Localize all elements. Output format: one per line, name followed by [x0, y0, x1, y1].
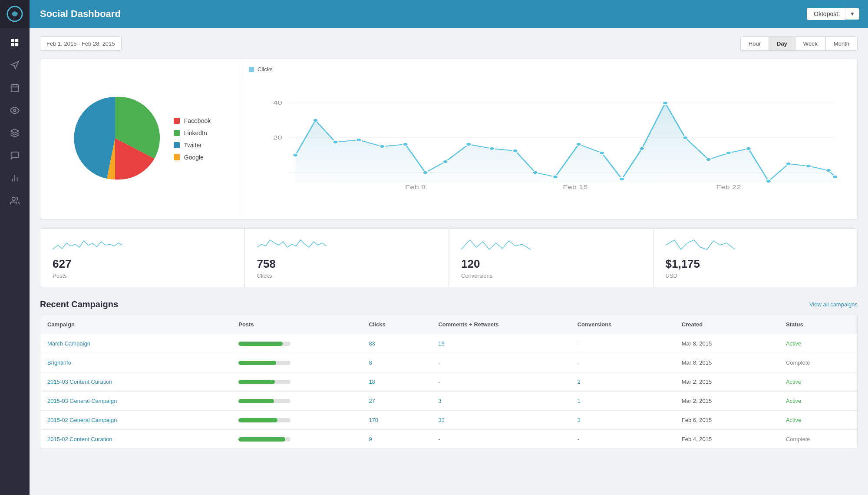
campaign-conv-3: 2	[571, 377, 675, 387]
campaign-posts-5	[231, 416, 362, 424]
svg-point-33	[513, 149, 518, 153]
svg-point-45	[766, 179, 771, 183]
header: Social Dashboard Oktopost ▼	[30, 0, 868, 28]
svg-point-49	[832, 175, 838, 179]
svg-point-47	[806, 164, 811, 168]
th-posts: Posts	[231, 319, 362, 329]
svg-point-30	[443, 160, 448, 163]
campaign-status-4: Active	[779, 396, 857, 406]
sidebar-item-calendar[interactable]	[0, 76, 30, 99]
stat-posts: 627 Posts	[40, 229, 245, 287]
time-filter-week[interactable]: Week	[795, 37, 826, 50]
campaign-comments-1: 19	[431, 339, 570, 349]
campaign-posts-4	[231, 397, 362, 405]
svg-point-32	[489, 147, 495, 150]
charts-row: Facebook LinkedIn Twitter Google	[40, 59, 858, 219]
account-button[interactable]: Oktopost	[807, 8, 845, 20]
time-filter-day[interactable]: Day	[769, 37, 795, 50]
svg-point-23	[293, 153, 298, 157]
sidebar-item-analytics[interactable]	[0, 167, 30, 189]
sidebar-item-messages[interactable]	[0, 144, 30, 167]
campaign-created-2: Mar 8, 2015	[675, 358, 779, 368]
stat-conversions-label: Conversions	[461, 272, 644, 279]
svg-point-14	[12, 197, 15, 200]
view-all-campaigns-link[interactable]: View all campaigns	[809, 301, 858, 308]
stat-clicks: 758 Clicks	[245, 229, 449, 287]
campaign-name-1[interactable]: March Campaign	[40, 339, 231, 349]
logo[interactable]	[0, 0, 30, 28]
campaign-name-2[interactable]: Brightinfo	[40, 358, 231, 368]
svg-text:Feb 15: Feb 15	[563, 184, 587, 190]
legend-color-linkedin	[174, 130, 180, 136]
campaigns-section-title: Recent Campaigns	[40, 299, 118, 309]
campaign-comments-4: 3	[431, 396, 570, 406]
campaign-name-6[interactable]: 2015-02 Content Curation	[40, 434, 231, 444]
date-range-picker[interactable]: Feb 1, 2015 - Feb 28, 2015	[40, 37, 122, 51]
svg-marker-10	[11, 129, 19, 133]
line-chart-svg: 40 20 Feb 8 Feb 15 Feb 22	[249, 77, 848, 199]
campaign-posts-6	[231, 435, 362, 443]
sidebar-item-users[interactable]	[0, 189, 30, 212]
svg-point-43	[726, 151, 731, 155]
svg-text:40: 40	[273, 100, 282, 106]
campaign-name-3[interactable]: 2015-03 Content Curation	[40, 377, 231, 387]
campaign-clicks-6: 9	[362, 434, 431, 444]
time-filter-month[interactable]: Month	[826, 37, 857, 50]
svg-point-35	[553, 175, 558, 179]
legend-label-google: Google	[184, 154, 204, 161]
top-controls: Feb 1, 2015 - Feb 28, 2015 Hour Day Week…	[40, 37, 858, 51]
time-filter-hour[interactable]: Hour	[741, 37, 769, 50]
svg-point-38	[619, 177, 624, 181]
campaign-created-4: Mar 2, 2015	[675, 396, 779, 406]
svg-rect-5	[11, 85, 19, 92]
svg-point-41	[683, 136, 688, 140]
legend-color-google	[174, 154, 180, 160]
sidebar-item-monitor[interactable]	[0, 99, 30, 122]
campaign-posts-2	[231, 359, 362, 367]
stats-row: 627 Posts 758 Clicks	[40, 228, 858, 287]
svg-text:Feb 8: Feb 8	[405, 184, 426, 190]
sparkline-posts	[53, 236, 236, 254]
svg-text:Feb 22: Feb 22	[716, 184, 741, 190]
table-row: Brightinfo 8 - - Mar 8, 2015 Complete	[40, 353, 857, 372]
svg-point-29	[422, 171, 428, 174]
campaign-created-1: Mar 8, 2015	[675, 339, 779, 349]
svg-rect-2	[15, 39, 18, 42]
campaign-clicks-5: 170	[362, 415, 431, 425]
campaign-status-2: Complete	[779, 358, 857, 368]
sidebar	[0, 0, 30, 495]
legend-item-facebook: Facebook	[174, 117, 211, 124]
campaign-clicks-4: 27	[362, 396, 431, 406]
campaign-comments-2: -	[431, 358, 570, 368]
stat-usd-value: $1,175	[666, 257, 849, 271]
account-dropdown[interactable]: ▼	[845, 8, 859, 20]
campaign-conv-5: 3	[571, 415, 675, 425]
campaign-comments-5: 33	[431, 415, 570, 425]
legend-label-facebook: Facebook	[184, 117, 211, 124]
th-campaign: Campaign	[40, 319, 231, 329]
campaign-clicks-2: 8	[362, 358, 431, 368]
content-area: Feb 1, 2015 - Feb 28, 2015 Hour Day Week…	[30, 28, 868, 495]
legend-color-twitter	[174, 142, 180, 148]
sidebar-item-dashboard[interactable]	[0, 31, 30, 54]
sidebar-item-content[interactable]	[0, 122, 30, 144]
svg-point-34	[533, 171, 538, 174]
svg-point-25	[333, 140, 338, 144]
campaign-conv-2: -	[571, 358, 675, 368]
sparkline-clicks	[257, 236, 440, 254]
campaign-comments-3: -	[431, 377, 570, 387]
stat-clicks-label: Clicks	[257, 272, 440, 279]
svg-rect-4	[15, 43, 18, 46]
stat-conversions: 120 Conversions	[449, 229, 653, 287]
campaign-conv-6: -	[571, 434, 675, 444]
campaign-conv-4: 1	[571, 396, 675, 406]
campaign-created-3: Mar 2, 2015	[675, 377, 779, 387]
pie-chart-section: Facebook LinkedIn Twitter Google	[40, 59, 240, 219]
sidebar-item-campaigns[interactable]	[0, 54, 30, 76]
svg-point-24	[313, 119, 318, 122]
campaign-name-4[interactable]: 2015-03 General Campaign	[40, 396, 231, 406]
table-row: 2015-03 General Campaign 27 3 1 Mar 2, 2…	[40, 392, 857, 411]
campaign-name-5[interactable]: 2015-02 General Campaign	[40, 415, 231, 425]
campaign-clicks-1: 83	[362, 339, 431, 349]
svg-point-42	[706, 158, 711, 161]
